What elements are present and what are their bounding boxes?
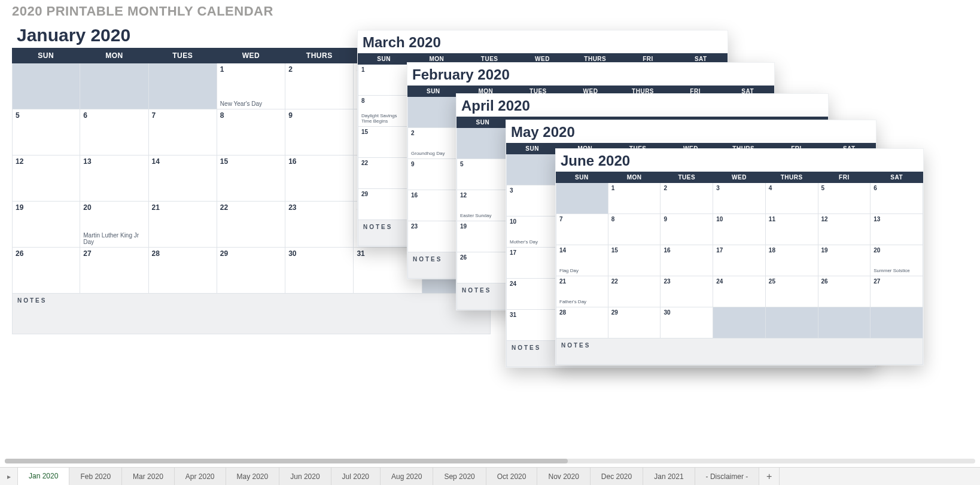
calendar-cell[interactable]: 26 xyxy=(12,248,80,294)
calendar-cell[interactable]: 29 xyxy=(217,248,285,294)
calendar-cell[interactable]: 10Mother's Day xyxy=(506,216,559,248)
calendar-cell[interactable]: 19 xyxy=(456,221,510,252)
calendar-cell[interactable] xyxy=(818,307,871,338)
calendar-cell[interactable]: 2 xyxy=(661,183,713,214)
sheet-tab[interactable]: Oct 2020 xyxy=(486,468,538,485)
calendar-cell[interactable]: 22 xyxy=(608,276,661,307)
sheet-tab[interactable]: Mar 2020 xyxy=(122,468,175,485)
calendar-cell[interactable]: 26 xyxy=(818,276,871,307)
sheet-tab[interactable]: Jan 2020 xyxy=(18,468,69,485)
calendar-cell[interactable]: 2 xyxy=(285,63,354,109)
calendar-cell[interactable]: 1New Year's Day xyxy=(217,63,285,109)
sheet-tab[interactable]: Sep 2020 xyxy=(433,468,486,485)
calendar-cell[interactable]: 19 xyxy=(818,245,871,276)
scrollbar-thumb[interactable] xyxy=(5,459,568,463)
calendar-cell[interactable]: 13 xyxy=(80,155,148,202)
calendar-cell[interactable] xyxy=(149,63,217,109)
calendar-cell[interactable]: 24 xyxy=(506,279,559,310)
calendar-cell[interactable]: 21Father's Day xyxy=(556,276,608,307)
calendar-cell[interactable]: 27 xyxy=(871,276,923,307)
calendar-cell[interactable]: 16 xyxy=(661,245,713,276)
sheet-tab[interactable]: Dec 2020 xyxy=(591,468,643,485)
calendar-cell[interactable]: 11 xyxy=(766,214,818,245)
calendar-cell[interactable] xyxy=(456,128,510,159)
calendar-cell[interactable]: 7 xyxy=(556,214,608,245)
calendar-cell[interactable]: 1 xyxy=(358,65,410,96)
calendar-cell[interactable]: 3 xyxy=(713,183,766,214)
calendar-cell[interactable]: 5 xyxy=(456,159,510,190)
calendar-cell[interactable]: 26 xyxy=(456,252,510,283)
calendar-cell[interactable]: 15 xyxy=(217,155,285,202)
calendar-cell[interactable]: 28 xyxy=(149,248,217,294)
calendar-cell[interactable] xyxy=(871,307,923,338)
calendar-cell[interactable]: 12Easter Sunday xyxy=(456,190,510,221)
tab-add-button[interactable]: + xyxy=(759,468,780,485)
calendar-cell[interactable]: 24 xyxy=(713,276,766,307)
calendar-cell[interactable]: 8 xyxy=(217,109,285,155)
calendar-cell[interactable]: 20Martin Luther King Jr Day xyxy=(80,202,148,248)
calendar-cell[interactable]: 19 xyxy=(12,202,80,248)
calendar-cell[interactable]: 18 xyxy=(766,245,818,276)
sheet-tab[interactable]: - Disclaimer - xyxy=(695,468,760,485)
calendar-cell[interactable]: 30 xyxy=(661,307,713,338)
calendar-cell[interactable]: 29 xyxy=(358,189,410,220)
calendar-cell[interactable]: 25 xyxy=(766,276,818,307)
calendar-cell[interactable]: 15 xyxy=(608,245,661,276)
calendar-cell[interactable]: 5 xyxy=(12,109,80,155)
calendar-cell[interactable]: 23 xyxy=(285,202,354,248)
calendar-cell[interactable] xyxy=(556,183,608,214)
calendar-cell[interactable]: 12 xyxy=(12,155,80,202)
calendar-cell[interactable]: 22 xyxy=(358,158,410,189)
day-number: 5 xyxy=(821,185,825,191)
sheet-tab[interactable]: Jun 2020 xyxy=(279,468,331,485)
calendar-cell[interactable]: 9 xyxy=(407,159,460,190)
calendar-cell[interactable] xyxy=(407,97,460,128)
calendar-cell[interactable]: 27 xyxy=(80,248,148,294)
calendar-cell[interactable]: 17 xyxy=(713,245,766,276)
calendar-cell[interactable] xyxy=(713,307,766,338)
calendar-cell[interactable]: 5 xyxy=(818,183,871,214)
calendar-cell[interactable]: 28 xyxy=(556,307,608,338)
calendar-cell[interactable]: 12 xyxy=(818,214,871,245)
calendar-cell[interactable]: 10 xyxy=(713,214,766,245)
calendar-cell[interactable]: 2Groundhog Day xyxy=(407,128,460,159)
calendar-cell[interactable]: 29 xyxy=(608,307,661,338)
calendar-cell[interactable]: 9 xyxy=(661,214,713,245)
sheet-tab[interactable]: Jul 2020 xyxy=(331,468,381,485)
calendar-cell[interactable]: 6 xyxy=(871,183,923,214)
calendar-cell[interactable]: 8Daylight Savings Time Begins xyxy=(358,96,410,127)
calendar-cell[interactable]: 16 xyxy=(285,155,354,202)
sheet-tab[interactable]: Feb 2020 xyxy=(69,468,122,485)
calendar-cell[interactable] xyxy=(766,307,818,338)
sheet-tab[interactable]: May 2020 xyxy=(226,468,280,485)
sheet-tab[interactable]: Apr 2020 xyxy=(175,468,226,485)
calendar-cell[interactable] xyxy=(80,63,148,109)
calendar-cell[interactable]: 8 xyxy=(608,214,661,245)
calendar-cell[interactable]: 14 xyxy=(149,155,217,202)
calendar-cell[interactable]: 17 xyxy=(506,248,559,279)
calendar-cell[interactable]: 4 xyxy=(766,183,818,214)
sheet-tab[interactable]: Aug 2020 xyxy=(381,468,433,485)
calendar-cell[interactable]: 9 xyxy=(285,109,354,155)
horizontal-scrollbar[interactable] xyxy=(5,459,975,463)
sheet-tab[interactable]: Nov 2020 xyxy=(537,468,590,485)
calendar-cell[interactable]: 23 xyxy=(407,221,460,252)
calendar-cell[interactable] xyxy=(506,154,559,185)
calendar-cell[interactable]: 7 xyxy=(149,109,217,155)
tab-nav-prev[interactable]: ▸ xyxy=(0,468,18,485)
calendar-cell[interactable]: 23 xyxy=(661,276,713,307)
calendar-cell[interactable]: 6 xyxy=(80,109,148,155)
calendar-cell[interactable]: 31 xyxy=(506,310,559,341)
calendar-cell[interactable]: 14Flag Day xyxy=(556,245,608,276)
calendar-cell[interactable]: 21 xyxy=(149,202,217,248)
calendar-cell[interactable]: 20Summer Solstice xyxy=(871,245,923,276)
calendar-cell[interactable]: 13 xyxy=(871,214,923,245)
sheet-tab[interactable]: Jan 2021 xyxy=(643,468,695,485)
calendar-cell[interactable]: 15 xyxy=(358,127,410,158)
calendar-cell[interactable]: 1 xyxy=(608,183,661,214)
calendar-cell[interactable]: 30 xyxy=(285,248,354,294)
calendar-cell[interactable] xyxy=(12,63,80,109)
calendar-cell[interactable]: 3 xyxy=(506,185,559,216)
calendar-cell[interactable]: 16 xyxy=(407,190,460,221)
calendar-cell[interactable]: 22 xyxy=(217,202,285,248)
